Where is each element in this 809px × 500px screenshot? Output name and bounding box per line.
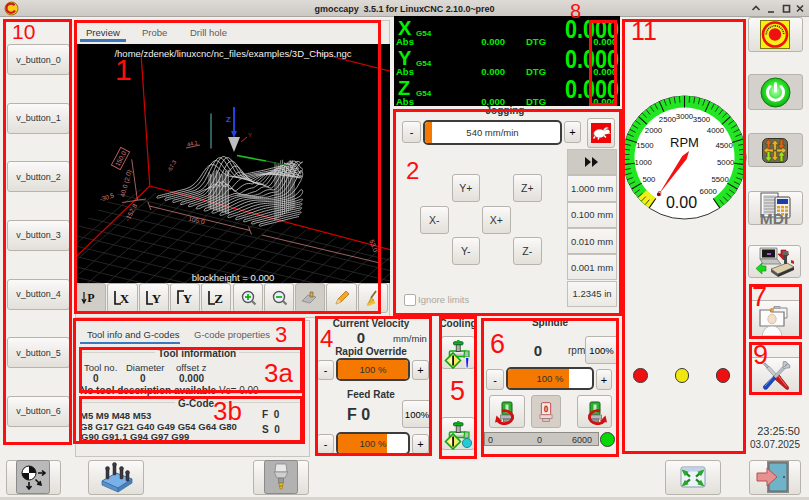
svg-text:Y: Y bbox=[248, 132, 252, 138]
svg-text:DTG: DTG bbox=[526, 36, 546, 47]
svg-text:5000: 5000 bbox=[717, 158, 735, 167]
svg-text:G54: G54 bbox=[416, 89, 432, 98]
svg-text:Z: Z bbox=[214, 291, 223, 306]
svg-text:Y: Y bbox=[152, 291, 162, 306]
svg-text:G54: G54 bbox=[416, 29, 432, 38]
svg-text:G54: G54 bbox=[416, 59, 432, 68]
svg-text:1000: 1000 bbox=[634, 158, 652, 167]
svg-text:RPM: RPM bbox=[670, 135, 699, 150]
svg-text:500: 500 bbox=[642, 175, 656, 184]
svg-text:0.000: 0.000 bbox=[593, 96, 617, 106]
svg-text:2500: 2500 bbox=[658, 115, 676, 124]
svg-text:3500: 3500 bbox=[692, 115, 710, 124]
svg-text:2000: 2000 bbox=[644, 126, 662, 135]
svg-text:6000: 6000 bbox=[699, 187, 717, 196]
svg-text:X: X bbox=[120, 291, 130, 306]
svg-text:DTG: DTG bbox=[526, 66, 546, 77]
svg-text:/home/zdenek/linuxcnc/nc_files: /home/zdenek/linuxcnc/nc_files/examples/… bbox=[114, 48, 351, 59]
svg-text:Z: Z bbox=[226, 115, 231, 124]
svg-text:Abs: Abs bbox=[396, 96, 414, 106]
svg-text:3000: 3000 bbox=[675, 112, 693, 121]
svg-text:0.00: 0.00 bbox=[665, 194, 696, 211]
svg-text:MDI: MDI bbox=[760, 209, 788, 224]
svg-text:1500: 1500 bbox=[636, 141, 654, 150]
svg-text:Abs: Abs bbox=[396, 66, 414, 77]
svg-text:0.000: 0.000 bbox=[481, 66, 505, 77]
svg-text:0.000: 0.000 bbox=[481, 36, 505, 47]
svg-text:Y: Y bbox=[183, 291, 193, 306]
svg-text:Abs: Abs bbox=[396, 36, 414, 47]
svg-text:0: 0 bbox=[544, 404, 549, 414]
svg-text:P: P bbox=[87, 291, 94, 305]
svg-text:4000: 4000 bbox=[706, 126, 724, 135]
svg-text:blockheight = 0.000: blockheight = 0.000 bbox=[192, 272, 275, 283]
svg-text:4500: 4500 bbox=[715, 141, 733, 150]
svg-text:5500: 5500 bbox=[711, 175, 729, 184]
